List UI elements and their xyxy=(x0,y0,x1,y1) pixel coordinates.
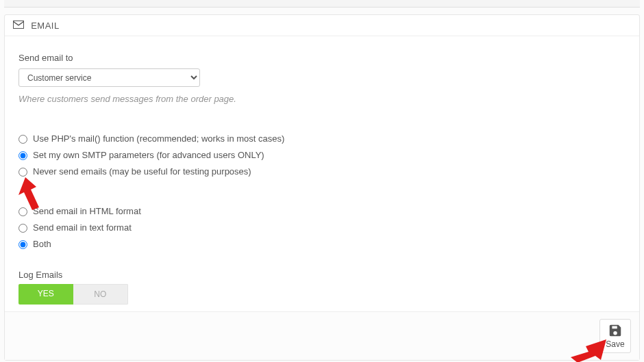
mail-method-label[interactable]: Use PHP's mail() function (recommended; … xyxy=(33,133,284,145)
send-email-to-label: Send email to xyxy=(18,53,626,63)
toggle-no[interactable]: NO xyxy=(73,284,129,305)
mail-format-radio[interactable] xyxy=(18,240,27,249)
panel-footer: Save xyxy=(5,311,639,360)
send-email-to-select-wrap: Customer service xyxy=(18,68,626,87)
mail-method-radio[interactable] xyxy=(18,151,27,160)
log-emails-toggle[interactable]: YES NO xyxy=(18,284,128,305)
top-bar xyxy=(4,0,640,8)
mail-format-radio[interactable] xyxy=(18,207,27,216)
mail-method-row: Set my own SMTP parameters (for advanced… xyxy=(18,149,626,161)
panel-body: Send email to Customer service Where cus… xyxy=(5,36,639,311)
panel-title: EMAIL xyxy=(31,21,60,31)
email-panel: EMAIL Send email to Customer service Whe… xyxy=(4,14,640,361)
mail-format-label[interactable]: Both xyxy=(33,238,51,250)
send-email-to-help: Where customers send messages from the o… xyxy=(18,94,626,104)
mail-format-radio[interactable] xyxy=(18,224,27,233)
mail-format-row: Both xyxy=(18,238,626,250)
send-email-to-select[interactable]: Customer service xyxy=(18,68,200,87)
mail-format-row: Send email in text format xyxy=(18,222,626,234)
mail-method-label[interactable]: Never send emails (may be useful for tes… xyxy=(33,166,251,178)
panel-header: EMAIL xyxy=(5,15,639,36)
save-icon xyxy=(608,323,623,338)
log-emails-label: Log Emails xyxy=(18,270,626,280)
mail-format-group: Send email in HTML formatSend email in t… xyxy=(18,205,626,250)
toggle-yes[interactable]: YES xyxy=(18,284,73,305)
mail-method-label[interactable]: Set my own SMTP parameters (for advanced… xyxy=(33,149,264,161)
save-button[interactable]: Save xyxy=(599,319,631,353)
envelope-icon xyxy=(13,21,24,31)
mail-method-row: Never send emails (may be useful for tes… xyxy=(18,166,626,178)
mail-method-row: Use PHP's mail() function (recommended; … xyxy=(18,133,626,145)
mail-method-radio[interactable] xyxy=(18,168,27,177)
save-button-label: Save xyxy=(606,339,624,349)
mail-format-label[interactable]: Send email in HTML format xyxy=(33,205,141,218)
mail-method-group: Use PHP's mail() function (recommended; … xyxy=(18,133,626,178)
mail-method-radio[interactable] xyxy=(18,135,27,144)
mail-format-label[interactable]: Send email in text format xyxy=(33,222,132,234)
mail-format-row: Send email in HTML format xyxy=(18,205,626,218)
